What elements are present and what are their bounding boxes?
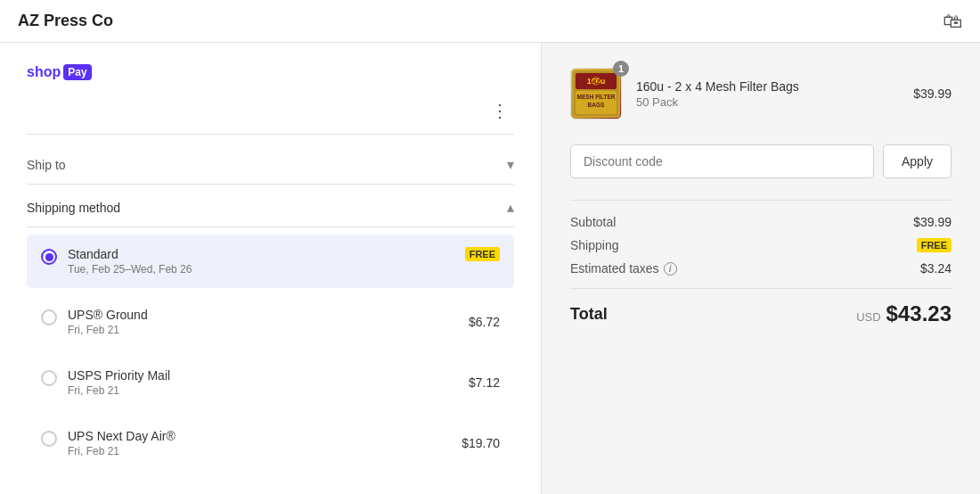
- radio-ups-ground: [41, 309, 57, 325]
- shipping-free-badge: FREE: [917, 238, 951, 252]
- product-name: 160u - 2 x 4 Mesh Filter Bags: [636, 79, 913, 94]
- more-options-button[interactable]: ⋮: [486, 98, 514, 123]
- info-icon: i: [664, 262, 677, 276]
- header: AZ Press Co 🛍: [0, 0, 980, 43]
- shipping-row: Shipping FREE: [570, 238, 951, 252]
- option-price-ups-ground: $6.72: [469, 315, 500, 329]
- shop-text: shop: [27, 64, 61, 80]
- shipping-label: Shipping: [570, 238, 619, 252]
- chevron-up-icon: ▴: [507, 199, 514, 216]
- shipping-option-standard[interactable]: Standard Tue, Feb 25–Wed, Feb 26 FREE: [27, 235, 514, 288]
- shop-pay-button[interactable]: shop Pay: [27, 64, 92, 80]
- right-panel: 160u MESH FILTER BAGS AZ 1 160u - 2 x 4 …: [542, 43, 980, 494]
- subtotal-value: $39.99: [913, 215, 951, 229]
- more-options-row: ⋮: [27, 98, 514, 123]
- option-date-standard: Tue, Feb 25–Wed, Feb 26: [68, 263, 465, 276]
- product-info: 160u - 2 x 4 Mesh Filter Bags 50 Pack: [636, 79, 913, 109]
- total-currency: USD: [856, 310, 880, 324]
- product-image-container: 160u MESH FILTER BAGS AZ 1: [570, 68, 622, 119]
- product-variant: 50 Pack: [636, 95, 913, 109]
- radio-ups-next-day: [41, 431, 57, 447]
- option-price-usps: $7.12: [469, 375, 500, 390]
- option-details-standard: Standard Tue, Feb 25–Wed, Feb 26: [68, 247, 465, 276]
- total-amount: $43.23: [886, 301, 951, 326]
- product-row: 160u MESH FILTER BAGS AZ 1 160u - 2 x 4 …: [570, 68, 951, 119]
- shipping-method-title: Shipping method: [27, 201, 120, 215]
- total-label: Total: [570, 305, 608, 324]
- option-name-ups-next-day: UPS Next Day Air®: [68, 429, 461, 443]
- option-price-ups-next-day: $19.70: [461, 436, 500, 450]
- shipping-options: Standard Tue, Feb 25–Wed, Feb 26 FREE UP…: [27, 235, 514, 470]
- shop-pay-container: shop Pay: [27, 64, 514, 80]
- subtotal-row: Subtotal $39.99: [570, 215, 951, 229]
- option-name-usps: USPS Priority Mail: [68, 368, 469, 383]
- option-date-ups-ground: Fri, Feb 21: [68, 324, 469, 336]
- option-details-ups-next-day: UPS Next Day Air® Fri, Feb 21: [68, 429, 461, 457]
- shipping-option-usps[interactable]: USPS Priority Mail Fri, Feb 21 $7.12: [27, 356, 514, 409]
- taxes-row: Estimated taxes i $3.24: [570, 261, 951, 276]
- quantity-badge: 1: [613, 61, 629, 77]
- ship-to-row[interactable]: Ship to ▾: [27, 145, 514, 185]
- svg-text:AZ: AZ: [592, 78, 601, 86]
- site-title: AZ Press Co: [18, 12, 113, 30]
- option-date-usps: Fri, Feb 21: [68, 384, 469, 397]
- option-details-ups-ground: UPS® Ground Fri, Feb 21: [68, 308, 469, 336]
- shipping-method-header[interactable]: Shipping method ▴: [27, 185, 514, 227]
- product-image: 160u MESH FILTER BAGS AZ: [570, 68, 622, 119]
- chevron-down-icon: ▾: [507, 156, 514, 173]
- option-date-ups-next-day: Fri, Feb 21: [68, 445, 461, 457]
- taxes-value: $3.24: [920, 261, 951, 276]
- option-details-usps: USPS Priority Mail Fri, Feb 21: [68, 368, 469, 397]
- option-name-ups-ground: UPS® Ground: [68, 308, 469, 322]
- apply-button[interactable]: Apply: [883, 144, 951, 178]
- estimated-taxes-label: Estimated taxes i: [570, 261, 677, 276]
- shipping-option-ups-ground[interactable]: UPS® Ground Fri, Feb 21 $6.72: [27, 295, 514, 349]
- svg-text:BAGS: BAGS: [588, 102, 605, 108]
- free-badge-standard: FREE: [465, 247, 500, 261]
- product-price: $39.99: [913, 86, 951, 101]
- total-row: Total USD $43.23: [570, 288, 951, 326]
- cart-icon[interactable]: 🛍: [943, 10, 962, 33]
- radio-inner: [45, 253, 53, 261]
- product-image-svg: 160u MESH FILTER BAGS AZ: [572, 70, 620, 118]
- pay-badge: Pay: [63, 64, 91, 80]
- option-name-standard: Standard: [68, 247, 465, 261]
- svg-text:MESH FILTER: MESH FILTER: [577, 94, 616, 100]
- discount-row: Apply: [570, 144, 951, 178]
- subtotal-label: Subtotal: [570, 215, 616, 229]
- main-content: shop Pay ⋮ Ship to ▾ Shipping method ▴: [0, 43, 980, 494]
- shipping-option-ups-next-day[interactable]: UPS Next Day Air® Fri, Feb 21 $19.70: [27, 416, 514, 470]
- radio-standard: [41, 249, 57, 265]
- totals: Subtotal $39.99 Shipping FREE Estimated …: [570, 200, 951, 326]
- divider-1: [27, 134, 514, 135]
- ship-to-label: Ship to: [27, 158, 66, 172]
- left-panel: shop Pay ⋮ Ship to ▾ Shipping method ▴: [0, 43, 542, 494]
- radio-usps: [41, 370, 57, 386]
- discount-code-input[interactable]: [570, 144, 874, 178]
- total-value-container: USD $43.23: [856, 301, 951, 326]
